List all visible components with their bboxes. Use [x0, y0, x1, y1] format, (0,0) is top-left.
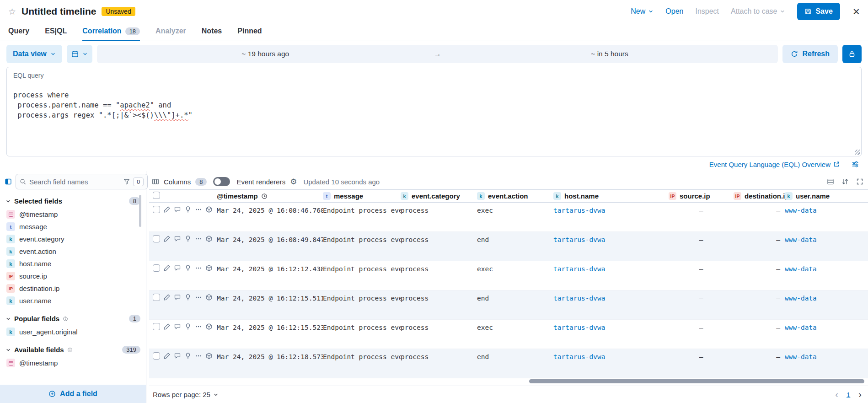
column-header-username[interactable]: kuser.name: [785, 192, 868, 200]
field-item[interactable]: tmessage: [5, 220, 141, 233]
column-header-eventaction[interactable]: kevent.action: [477, 192, 553, 200]
eql-overview-link[interactable]: Event Query Language (EQL) Overview: [709, 161, 840, 168]
event-notes-icon[interactable]: [174, 352, 181, 360]
pin-event-icon[interactable]: [184, 206, 192, 213]
more-actions-icon[interactable]: [195, 323, 202, 330]
refresh-button[interactable]: Refresh: [782, 45, 838, 63]
pin-event-icon[interactable]: [184, 294, 192, 301]
sort-fields-icon[interactable]: [841, 178, 849, 185]
scrollbar-thumb[interactable]: [529, 379, 864, 383]
host-name-link[interactable]: tartarus-dvwa: [553, 290, 669, 302]
attach-to-case-button[interactable]: Attach to case: [731, 7, 785, 16]
save-button[interactable]: Save: [797, 3, 840, 20]
favorite-star-icon[interactable]: ☆: [8, 7, 16, 16]
new-menu-button[interactable]: New: [631, 7, 654, 16]
pin-event-icon[interactable]: [184, 352, 192, 360]
horizontal-scrollbar[interactable]: [151, 379, 864, 385]
eql-query-editor[interactable]: process where process.parent.name == "ap…: [13, 90, 855, 120]
field-item[interactable]: IPsource.ip: [5, 270, 141, 282]
select-all-checkbox[interactable]: [153, 192, 160, 199]
field-item[interactable]: IPdestination.ip: [5, 282, 141, 295]
user-name-link[interactable]: www-data: [785, 320, 868, 331]
tab-esql[interactable]: ES|QL: [45, 27, 67, 41]
sidebar-scrollbar[interactable]: [139, 195, 141, 227]
tab-query[interactable]: Query: [8, 27, 29, 41]
host-name-link[interactable]: tartarus-dvwa: [553, 232, 669, 243]
tab-pinned[interactable]: Pinned: [237, 27, 262, 41]
info-icon[interactable]: [63, 316, 68, 322]
add-note-icon[interactable]: [163, 352, 171, 360]
open-button[interactable]: Open: [665, 7, 683, 16]
event-notes-icon[interactable]: [174, 264, 181, 272]
column-header-hostname[interactable]: khost.name: [553, 192, 669, 200]
user-name-link[interactable]: www-data: [785, 203, 868, 214]
column-header-timestamp[interactable]: @timestamp: [217, 192, 323, 200]
popular-fields-header[interactable]: Popular fields 1: [5, 312, 141, 326]
add-note-icon[interactable]: [163, 294, 171, 301]
host-name-link[interactable]: tartarus-dvwa: [553, 320, 669, 331]
lock-date-range-button[interactable]: [842, 45, 862, 63]
date-to[interactable]: ~ in 5 hours: [441, 50, 778, 58]
analyze-event-icon[interactable]: [205, 294, 213, 301]
analyze-event-icon[interactable]: [205, 235, 213, 242]
resize-handle[interactable]: [855, 150, 860, 155]
column-header-destinationip[interactable]: IPdestination.ip: [734, 192, 785, 200]
row-checkbox[interactable]: [153, 294, 160, 301]
pin-event-icon[interactable]: [184, 235, 192, 242]
add-note-icon[interactable]: [163, 206, 171, 213]
field-item[interactable]: khost.name: [5, 258, 141, 270]
field-item[interactable]: kuser.name: [5, 295, 141, 307]
add-a-field-button[interactable]: Add a field: [0, 385, 146, 403]
tab-notes[interactable]: Notes: [202, 27, 222, 41]
field-browser-toggle-icon[interactable]: [5, 175, 12, 188]
inspect-button[interactable]: Inspect: [695, 7, 719, 16]
field-item[interactable]: @timestamp: [5, 208, 141, 220]
search-input[interactable]: [29, 178, 120, 186]
quick-select-date-button[interactable]: [67, 45, 92, 63]
event-notes-icon[interactable]: [174, 206, 181, 213]
data-view-button[interactable]: Data view: [6, 45, 62, 63]
field-item[interactable]: kevent.action: [5, 245, 141, 258]
field-item[interactable]: @timestamp: [5, 357, 141, 369]
row-checkbox[interactable]: [153, 352, 160, 360]
pin-event-icon[interactable]: [184, 323, 192, 330]
date-from[interactable]: ~ 19 hours ago: [97, 50, 434, 58]
host-name-link[interactable]: tartarus-dvwa: [553, 261, 669, 273]
filter-funnel-icon[interactable]: [123, 178, 130, 185]
rows-per-page-button[interactable]: Rows per page: 25: [153, 391, 219, 398]
row-checkbox[interactable]: [153, 206, 160, 213]
gear-icon[interactable]: ⚙: [290, 178, 297, 186]
page-1-button[interactable]: 1: [847, 391, 850, 398]
next-page-icon[interactable]: ›: [858, 389, 862, 400]
tab-correlation[interactable]: Correlation18: [82, 27, 140, 41]
eql-settings-icon[interactable]: [852, 161, 859, 168]
more-actions-icon[interactable]: [195, 206, 202, 213]
close-icon[interactable]: ×: [853, 5, 860, 17]
host-name-link[interactable]: tartarus-dvwa: [553, 203, 669, 214]
analyze-event-icon[interactable]: [205, 352, 213, 360]
prev-page-icon[interactable]: ‹: [835, 389, 838, 400]
analyze-event-icon[interactable]: [205, 206, 213, 213]
column-header-eventcategory[interactable]: kevent.category: [401, 192, 477, 200]
user-name-link[interactable]: www-data: [785, 261, 868, 273]
user-name-link[interactable]: www-data: [785, 232, 868, 243]
more-actions-icon[interactable]: [195, 294, 202, 301]
host-name-link[interactable]: tartarus-dvwa: [553, 349, 669, 360]
field-item[interactable]: kevent.category: [5, 233, 141, 245]
column-header-message[interactable]: tmessage: [323, 192, 401, 200]
available-fields-header[interactable]: Available fields 319: [5, 343, 141, 357]
event-notes-icon[interactable]: [174, 294, 181, 301]
event-renderers-toggle[interactable]: [213, 177, 230, 186]
user-name-link[interactable]: www-data: [785, 349, 868, 360]
more-actions-icon[interactable]: [195, 235, 202, 242]
column-header-sourceip[interactable]: IPsource.ip: [669, 192, 734, 200]
row-checkbox[interactable]: [153, 235, 160, 242]
analyze-event-icon[interactable]: [205, 323, 213, 330]
add-note-icon[interactable]: [163, 323, 171, 330]
tab-analyzer[interactable]: Analyzer: [155, 27, 186, 41]
density-icon[interactable]: [827, 178, 834, 185]
columns-button[interactable]: Columns: [164, 178, 191, 186]
add-note-icon[interactable]: [163, 264, 171, 272]
field-item[interactable]: kuser_agent.original: [5, 326, 141, 338]
selected-fields-header[interactable]: Selected fields 8: [5, 194, 141, 208]
